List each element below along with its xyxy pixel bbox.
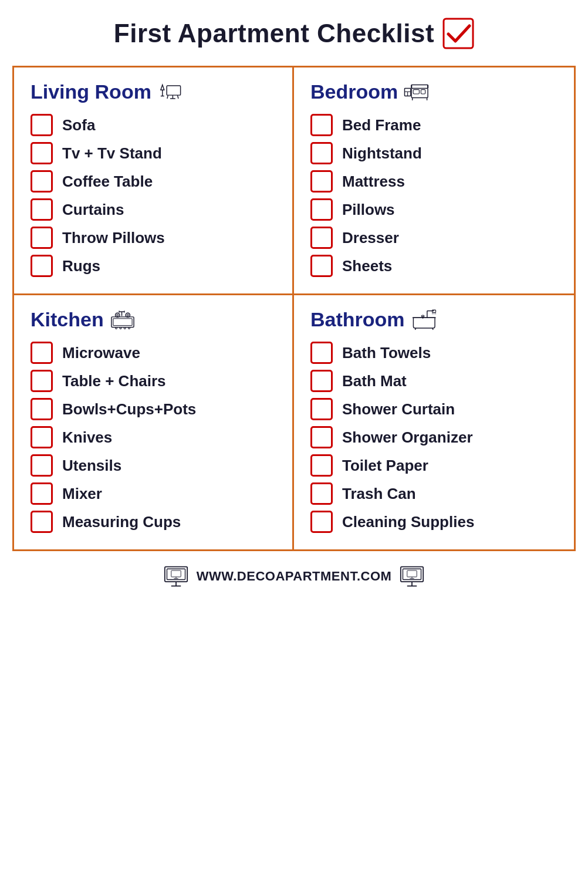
kitchen-icon — [110, 309, 136, 331]
item-label: Dresser — [342, 229, 399, 247]
list-item: Bath Mat — [310, 370, 562, 392]
checkbox-curtains[interactable] — [31, 198, 53, 221]
item-label: Sheets — [342, 257, 392, 275]
list-item: Coffee Table — [31, 170, 281, 193]
item-label: Bowls+Cups+Pots — [62, 400, 196, 418]
checkbox-mattress[interactable] — [310, 170, 333, 193]
svg-point-29 — [128, 327, 130, 329]
list-item: Bed Frame — [310, 114, 562, 136]
list-item: Knives — [31, 426, 281, 448]
bathroom-section: Bathroom — [294, 295, 574, 549]
living-room-header: Living Room — [31, 80, 281, 103]
list-item: Curtains — [31, 198, 281, 221]
svg-rect-16 — [413, 89, 419, 93]
checkbox-nightstand[interactable] — [310, 142, 333, 164]
page: First Apartment Checklist Living Room — [0, 0, 588, 881]
list-item: Trash Can — [310, 482, 562, 505]
item-label: Knives — [62, 428, 112, 447]
bathroom-list: Bath Towels Bath Mat Shower Curtain Show… — [310, 342, 562, 533]
item-label: Toilet Paper — [342, 457, 428, 475]
list-item: Sofa — [31, 114, 281, 136]
bathroom-header: Bathroom — [310, 308, 562, 331]
bedroom-icon — [404, 81, 430, 103]
bathroom-title: Bathroom — [310, 308, 405, 331]
checkbox-bath-towels[interactable] — [310, 342, 333, 364]
item-label: Measuring Cups — [62, 513, 181, 531]
list-item: Shower Curtain — [310, 398, 562, 420]
checkbox-dresser[interactable] — [310, 227, 333, 249]
svg-point-28 — [124, 327, 126, 329]
living-room-list: Sofa Tv + Tv Stand Coffee Table Curtains… — [31, 114, 281, 277]
kitchen-section: Kitchen — [14, 295, 294, 549]
item-label: Utensils — [62, 457, 121, 475]
item-label: Shower Organizer — [342, 428, 473, 447]
checklist-grid: Living Room — [12, 66, 576, 551]
checkbox-coffee-table[interactable] — [31, 170, 53, 193]
checkbox-sheets[interactable] — [310, 255, 333, 277]
item-label: Table + Chairs — [62, 372, 166, 390]
checkbox-bed-frame[interactable] — [310, 114, 333, 136]
bedroom-list: Bed Frame Nightstand Mattress Pillows Dr… — [310, 114, 562, 277]
item-label: Microwave — [62, 344, 140, 362]
list-item: Bowls+Cups+Pots — [31, 398, 281, 420]
bedroom-section: Bedroom — [294, 67, 574, 295]
item-label: Trash Can — [342, 485, 416, 503]
checkbox-shower-curtain[interactable] — [310, 398, 333, 420]
checkbox-table-chairs[interactable] — [31, 370, 53, 392]
svg-point-24 — [127, 314, 129, 316]
item-label: Coffee Table — [62, 173, 153, 191]
list-item: Sheets — [310, 255, 562, 277]
checkbox-throw-pillows[interactable] — [31, 227, 53, 249]
svg-point-22 — [116, 314, 118, 316]
footer-monitor-right-icon — [400, 565, 424, 588]
item-label: Cleaning Supplies — [342, 513, 474, 531]
item-label: Pillows — [342, 201, 395, 219]
svg-line-8 — [177, 95, 178, 99]
list-item: Nightstand — [310, 142, 562, 164]
item-label: Mixer — [62, 485, 102, 503]
list-item: Microwave — [31, 342, 281, 364]
checkbox-sofa[interactable] — [31, 114, 53, 136]
list-item: Shower Organizer — [310, 426, 562, 448]
checkbox-pillows[interactable] — [310, 198, 333, 221]
item-label: Tv + Tv Stand — [62, 144, 162, 163]
svg-rect-17 — [421, 89, 425, 93]
item-label: Bath Towels — [342, 344, 431, 362]
list-item: Pillows — [310, 198, 562, 221]
item-label: Sofa — [62, 116, 95, 134]
checkbox-mixer[interactable] — [31, 482, 53, 505]
item-label: Curtains — [62, 201, 124, 219]
bathroom-icon — [411, 309, 437, 331]
checkbox-microwave[interactable] — [31, 342, 53, 364]
item-label: Throw Pillows — [62, 229, 165, 247]
svg-rect-25 — [113, 318, 132, 325]
item-label: Mattress — [342, 173, 405, 191]
checkbox-bowls[interactable] — [31, 398, 53, 420]
checkbox-toilet-paper[interactable] — [310, 454, 333, 477]
page-title: First Apartment Checklist — [114, 19, 434, 48]
list-item: Mixer — [31, 482, 281, 505]
svg-line-7 — [167, 95, 168, 99]
item-label: Bed Frame — [342, 116, 421, 134]
checkbox-shower-organizer[interactable] — [310, 426, 333, 448]
svg-marker-1 — [161, 85, 164, 90]
checkbox-utensils[interactable] — [31, 454, 53, 477]
svg-rect-36 — [432, 310, 435, 312]
list-item: Rugs — [31, 255, 281, 277]
svg-rect-4 — [167, 86, 180, 95]
title-row: First Apartment Checklist — [114, 18, 474, 49]
checkbox-knives[interactable] — [31, 426, 53, 448]
footer-monitor-left-icon — [164, 565, 188, 588]
checkbox-trash-can[interactable] — [310, 482, 333, 505]
footer-url: WWW.DECOAPARTMENT.COM — [197, 569, 392, 584]
checkbox-bath-mat[interactable] — [310, 370, 333, 392]
checkbox-cleaning-supplies[interactable] — [310, 511, 333, 533]
checkbox-rugs[interactable] — [31, 255, 53, 277]
list-item: Toilet Paper — [310, 454, 562, 477]
checkbox-measuring-cups[interactable] — [31, 511, 53, 533]
list-item: Cleaning Supplies — [310, 511, 562, 533]
item-label: Shower Curtain — [342, 400, 455, 418]
list-item: Throw Pillows — [31, 227, 281, 249]
living-room-title: Living Room — [31, 80, 151, 103]
checkbox-tv[interactable] — [31, 142, 53, 164]
